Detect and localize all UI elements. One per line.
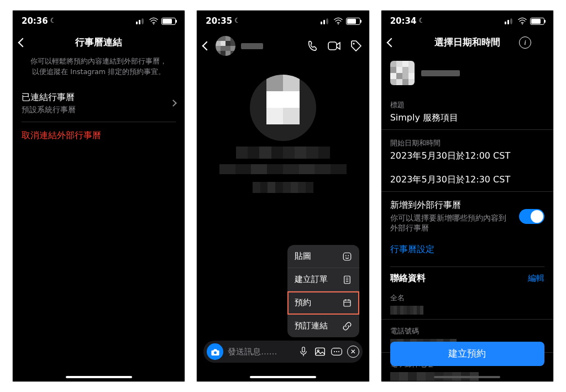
call-icon[interactable] [306, 39, 319, 53]
svg-rect-16 [302, 347, 305, 352]
order-icon [342, 275, 352, 285]
svg-point-23 [522, 23, 523, 24]
addcal-sub: 你可以選擇要新增哪些預約內容到外部行事曆 [390, 213, 506, 233]
edit-button[interactable]: 編輯 [528, 273, 544, 284]
composer-placeholder: 發送訊息…… [228, 347, 292, 357]
status-time: 20:34 [390, 16, 417, 26]
svg-point-21 [336, 351, 337, 352]
unlink-calendar-button[interactable]: 取消連結外部行事曆 [22, 122, 176, 149]
menu-item-sticker[interactable]: 貼圖 [287, 245, 359, 268]
video-call-icon[interactable] [327, 40, 342, 52]
menu-label: 預約 [295, 297, 311, 308]
svg-point-22 [338, 351, 339, 352]
cellular-signal-icon [321, 18, 331, 24]
status-bar: 20:34 ☾ [381, 11, 553, 32]
page-title: 選擇日期和時間 [434, 36, 500, 49]
profile-meta-redacted [253, 182, 313, 193]
avatar [390, 61, 415, 85]
profile-sub-redacted [219, 164, 347, 174]
addcal-toggle[interactable] [519, 209, 544, 224]
mic-icon[interactable] [297, 346, 310, 358]
calendar-icon [342, 298, 352, 308]
battery-icon [346, 18, 360, 25]
chat-profile-preview [197, 60, 369, 193]
addcal-label: 新增到外部行事曆 [390, 200, 506, 211]
profile-name-redacted [236, 147, 330, 159]
tag-icon[interactable] [349, 39, 363, 53]
contact-title: 聯絡資料 [390, 273, 426, 284]
cellular-signal-icon [136, 18, 146, 24]
screen-calendar-link: 20:36 ☾ 行事曆連結 你可以輕鬆將預約內容連結到外部行事曆，以便追蹤在 I… [12, 10, 185, 382]
back-chevron-icon[interactable] [386, 38, 396, 47]
status-bar: 20:35 ☾ [197, 11, 369, 32]
fullname-label: 全名 [390, 293, 544, 303]
svg-point-0 [153, 23, 154, 24]
start-value[interactable]: 2023年5月30日於12:00 CST [390, 150, 544, 162]
svg-point-20 [334, 351, 335, 352]
info-icon[interactable]: i [519, 36, 531, 49]
title-value: Simply 服務項目 [390, 112, 544, 124]
calendar-settings-link[interactable]: 行事曆設定 [390, 236, 544, 263]
nav-header: 行事曆連結 [13, 32, 185, 54]
add-to-calendar-row: 新增到外部行事曆 你可以選擇要新增哪些預約內容到外部行事曆 [390, 192, 544, 236]
menu-item-create-order[interactable]: 建立訂單 [287, 268, 359, 291]
menu-item-booking[interactable]: 預約 [287, 291, 359, 315]
avatar[interactable] [216, 36, 235, 56]
home-indicator[interactable] [250, 376, 316, 378]
create-booking-button[interactable]: 建立預約 [390, 342, 544, 366]
link-icon [342, 321, 352, 331]
status-time: 20:35 [206, 16, 232, 26]
menu-item-booking-link[interactable]: 預訂連結 [287, 315, 359, 337]
linked-calendar-row[interactable]: 已連結行事曆 預設系統行事曆 [22, 85, 176, 122]
chevron-right-icon [170, 100, 177, 107]
screen-booking-form: 20:34 ☾ 選擇日期和時間 i 標題 Simply 服務項目 開始日期和時間 [381, 10, 554, 382]
linked-calendar-sub: 預設系統行事曆 [22, 105, 76, 115]
menu-label: 預訂連結 [295, 321, 328, 331]
home-indicator[interactable] [434, 376, 500, 378]
page-caption: 你可以輕鬆將預約內容連結到外部行事曆，以便追蹤在 Instagram 排定的預約… [22, 54, 176, 85]
cta-label: 建立預約 [448, 348, 486, 360]
menu-label: 貼圖 [295, 251, 311, 262]
wifi-icon [333, 17, 343, 25]
fullname-value-redacted [390, 306, 423, 315]
svg-point-1 [338, 23, 339, 24]
gallery-icon[interactable] [314, 346, 326, 358]
contact-section-header: 聯絡資料 編輯 [390, 266, 544, 286]
start-label: 開始日期和時間 [390, 139, 544, 148]
more-icon[interactable] [331, 346, 343, 358]
back-chevron-icon[interactable] [18, 38, 28, 47]
profile-avatar-large [250, 75, 316, 141]
contact-name-redacted [241, 43, 263, 49]
nav-header: 選擇日期和時間 i [381, 32, 553, 54]
home-indicator[interactable] [66, 376, 132, 378]
camera-icon [211, 348, 220, 356]
svg-rect-11 [344, 300, 350, 306]
dnd-moon-icon: ☾ [234, 17, 240, 24]
svg-point-15 [214, 351, 217, 354]
close-icon[interactable]: ✕ [347, 346, 359, 358]
attachment-menu: 貼圖 建立訂單 預約 預訂連結 [287, 245, 359, 337]
battery-icon [161, 18, 176, 25]
svg-point-6 [348, 255, 349, 256]
back-chevron-icon[interactable] [202, 41, 212, 51]
battery-icon [530, 18, 544, 25]
page-title: 行事曆連結 [75, 36, 122, 49]
message-composer[interactable]: 發送訊息…… ✕ [203, 341, 362, 363]
title-label: 標題 [390, 101, 544, 110]
svg-rect-17 [315, 348, 324, 355]
wifi-icon [149, 17, 159, 25]
dnd-moon-icon: ☾ [418, 17, 424, 24]
linked-calendar-label: 已連結行事曆 [22, 92, 76, 103]
status-time: 20:36 [22, 16, 48, 26]
sticker-icon [342, 252, 352, 262]
camera-button[interactable] [207, 343, 223, 360]
wifi-icon [517, 17, 527, 25]
svg-point-3 [353, 43, 354, 45]
end-value[interactable]: 2023年5月30日於12:30 CST [390, 174, 544, 186]
user-name-redacted [421, 70, 460, 76]
screen-chat: 20:35 ☾ [196, 10, 369, 382]
phone-label: 電話號碼 [390, 326, 544, 336]
cellular-signal-icon [505, 18, 515, 24]
menu-label: 建立訂單 [295, 274, 328, 285]
dnd-moon-icon: ☾ [50, 17, 56, 24]
